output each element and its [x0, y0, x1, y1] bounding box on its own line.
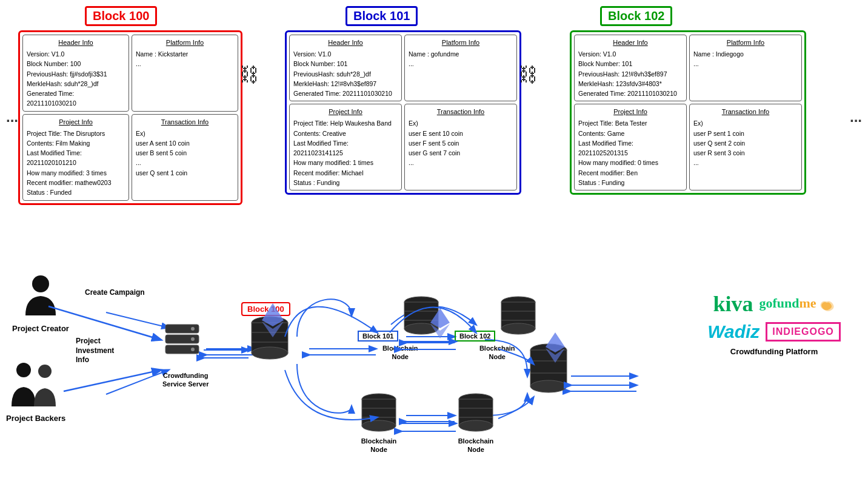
- block-102-container: Header Info Version: V1.0 Block Number: …: [570, 30, 806, 195]
- ethereum-icon-1: [262, 303, 284, 338]
- dots-left: ···: [6, 112, 18, 129]
- block-100-tx-b: user B sent 5 coin: [136, 148, 234, 158]
- block-101-header-blocknum: Block Number: 101: [293, 59, 398, 69]
- block-102-project-modcount: How many modified: 0 times: [578, 158, 683, 167]
- ethereum-icon-3: [546, 332, 565, 364]
- blockchain-node-bottom-right: BlockchainNode: [455, 393, 497, 454]
- chain-link-1: ⛓: [239, 64, 259, 86]
- server-label: CrowdfundingService Server: [162, 371, 209, 389]
- block-101-tx-g: user G sent 7 coin: [409, 148, 513, 158]
- block-101-platform-more: ...: [409, 59, 513, 69]
- block-100-header-info: Header Info Version: V1.0 Block Number: …: [22, 35, 129, 112]
- svg-line-1: [106, 370, 169, 394]
- svg-marker-55: [546, 332, 565, 352]
- block-100-header-title: Header Info: [27, 38, 125, 48]
- block-101-project-modcount: How many modified: 1 times: [293, 158, 398, 167]
- block-100-tx-ex: Ex): [136, 129, 234, 138]
- svg-point-13: [16, 363, 31, 377]
- block-101-project-modtime: Last Modified Time: 20211023141125: [293, 138, 398, 158]
- block-100-project-modtime: Last Modified Time: 20211020101210: [27, 148, 125, 168]
- block-101-tx-f: user F sent 5 coin: [409, 138, 513, 148]
- block-100-project-info: Project Info Project Title: The Disrupto…: [22, 114, 129, 201]
- block-102-project-contents: Contents: Game: [578, 129, 683, 138]
- block-100-platform-name: Name : Kickstarter: [136, 49, 234, 59]
- project-creator-figure: Project Creator: [12, 273, 69, 333]
- block-100-platform-info: Platform Info Name : Kickstarter ...: [132, 35, 238, 112]
- block-102-header-blocknum: Block Number: 101: [578, 59, 683, 69]
- project-backers-figure: Project Backers: [6, 358, 65, 423]
- brand-kiva: kiva: [713, 291, 753, 317]
- block-100-header-blocknum: Block Number: 100: [27, 59, 125, 69]
- block-102-platform-name: Name : Indiegogo: [693, 49, 798, 59]
- block-100-header-prevhash: PreviousHash: fjj#sdofji3$31: [27, 69, 125, 79]
- crowdfunding-platform-label: Crowdfunding Platform: [698, 347, 850, 356]
- block-100-transaction-title: Transaction Info: [136, 117, 234, 127]
- block-102-header-prevhash: PreviousHash: 12!#8vh3$ef897: [578, 69, 683, 79]
- block-102-header-version: Version: V1.0: [578, 49, 683, 59]
- block-100-project-contents: Contents: Film Making: [27, 138, 125, 148]
- svg-marker-38: [430, 308, 450, 328]
- block-100-tx-q: user Q sent 1 coin: [136, 168, 234, 178]
- svg-line-0: [106, 312, 169, 328]
- block-101-platform-name: Name : gofundme: [409, 49, 513, 59]
- block-100-transaction-info: Transaction Info Ex) user A sent 10 coin…: [132, 114, 238, 201]
- block-101-platform-info: Platform Info Name : gofundme ...: [404, 35, 517, 101]
- create-campaign-label: Create Campaign: [85, 288, 145, 298]
- block-101-label: Block 101: [346, 6, 418, 26]
- block-102-project-modtime: Last Modified Time: 20211025201315: [578, 138, 683, 158]
- block-102-label: Block 102: [600, 6, 672, 26]
- block-100-project-modifier: Recent modifier: mathew0203: [27, 178, 125, 187]
- block-100-project-title: Project Info: [27, 117, 125, 127]
- project-backers-label: Project Backers: [6, 414, 65, 423]
- blockchain-node-bottom-left: BlockchainNode: [358, 393, 400, 454]
- svg-point-47: [459, 420, 493, 431]
- block-101-transaction-info: Transaction Info Ex) user E sent 10 coin…: [404, 104, 517, 190]
- block-101-project-info: Project Info Project Title: Help Waukesh…: [289, 104, 402, 190]
- block-101-project-title: Project Info: [293, 107, 398, 117]
- block-102-platform-info: Platform Info Name : Indiegogo ...: [689, 35, 802, 101]
- block-101-header-merklehash: MerkleHash: 12!#8vh3$ef897: [293, 79, 398, 89]
- block-101-project-status: Status : Funding: [293, 178, 398, 187]
- svg-point-16: [191, 327, 195, 331]
- block-102-project-title-val: Project Title: Beta Tester: [578, 118, 683, 128]
- svg-point-18: [191, 337, 195, 341]
- svg-point-20: [191, 348, 195, 351]
- block-101-project-modifier: Recent modifier: Michael: [293, 168, 398, 178]
- blockchain-blocks-section: ··· ··· Block 100 Block 101 Block 102 ⛓ …: [6, 6, 862, 237]
- bottom-section: Project Creator Create Campaign Project …: [0, 243, 868, 478]
- block-102-tx-dots: ...: [693, 158, 798, 167]
- svg-point-35: [501, 323, 535, 334]
- brand-indiegogo: INDIEGOGO: [766, 322, 840, 342]
- block-100-tx-dots: ...: [136, 158, 234, 167]
- block-101-tx-ex: Ex): [409, 118, 513, 128]
- block-101-container: Header Info Version: V1.0 Block Number: …: [285, 30, 521, 195]
- block-102-tx-p: user P sent 1 coin: [693, 129, 798, 138]
- svg-line-58: [64, 370, 161, 391]
- block-100-project-modcount: How many modified: 3 times: [27, 168, 125, 178]
- block-102-project-modifier: Recent modifier: Ben: [578, 168, 683, 178]
- chain-link-2: ⛓: [518, 64, 538, 86]
- block-101-transaction-title: Transaction Info: [409, 107, 513, 117]
- block-102-tx-q: user Q sent 2 coin: [693, 138, 798, 148]
- block-102-header-title: Header Info: [578, 38, 683, 48]
- block-100-label: Block 100: [85, 6, 157, 26]
- project-investment-label: Project Investment Info: [76, 337, 114, 365]
- block-101-header-version: Version: V1.0: [293, 49, 398, 59]
- block-102-platform-more: ...: [693, 59, 798, 69]
- block-102-header-gentime: Generated Time: 20211101030210: [578, 89, 683, 98]
- block-101-project-contents: Contents: Creative: [293, 129, 398, 138]
- block-100-tx-a: user A sent 10 coin: [136, 138, 234, 148]
- block-101-header-info: Header Info Version: V1.0 Block Number: …: [289, 35, 402, 101]
- brand-wadiz: Wadiz: [707, 321, 760, 342]
- block-100-platform-title: Platform Info: [136, 38, 234, 48]
- server-group: CrowdfundingService Server: [162, 321, 209, 389]
- project-creator-label: Project Creator: [12, 324, 69, 333]
- block-100-container: Header Info Version: V1.0 Block Number: …: [18, 30, 242, 205]
- block-100-header-version: Version: V1.0: [27, 49, 125, 59]
- block-102-header-info: Header Info Version: V1.0 Block Number: …: [574, 35, 687, 101]
- block-101-tx-dots: ...: [409, 158, 513, 167]
- block-102-platform-title: Platform Info: [693, 38, 798, 48]
- block-100-project-title-val: Project Title: The Disruptors: [27, 129, 125, 138]
- svg-marker-26: [262, 303, 284, 326]
- svg-point-14: [38, 365, 52, 378]
